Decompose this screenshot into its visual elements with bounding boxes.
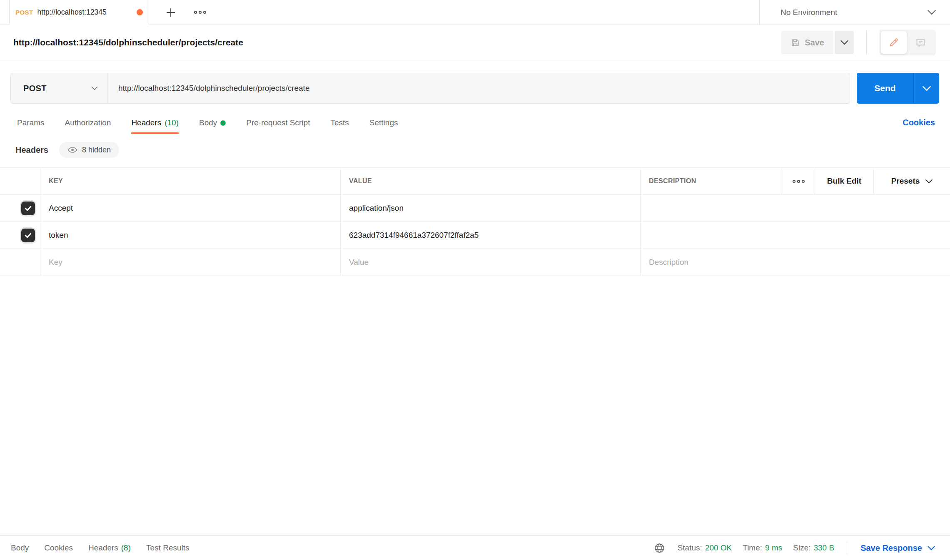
header-key-cell[interactable]: token — [40, 222, 341, 249]
edit-documentation-button[interactable] — [881, 31, 907, 54]
cookies-link[interactable]: Cookies — [903, 118, 935, 134]
save-button-label: Save — [805, 38, 824, 47]
response-headers-count: (8) — [121, 543, 131, 553]
response-status-bar: Body Cookies Headers (8) Test Results St… — [0, 535, 950, 560]
table-options-button[interactable] — [782, 168, 815, 194]
method-selector[interactable]: POST — [11, 73, 107, 103]
send-button[interactable]: Send — [857, 73, 913, 104]
send-button-group: Send — [857, 73, 939, 104]
header-value-cell[interactable]: application/json — [341, 195, 641, 222]
tab-authorization[interactable]: Authorization — [65, 118, 111, 134]
size-label: Size: — [793, 543, 810, 552]
row-checkbox-cell — [0, 195, 40, 222]
presets-dropdown[interactable]: Presets — [874, 168, 950, 194]
table-row: token 623add7314f94661a372607f2ffaf2a5 — [0, 222, 950, 249]
response-tab-test-results[interactable]: Test Results — [146, 543, 189, 553]
environment-selector[interactable]: No Environment — [759, 0, 950, 25]
save-response-button[interactable]: Save Response — [858, 543, 938, 553]
unsaved-changes-dot-icon — [137, 9, 143, 15]
table-row-new: Key Value Description — [0, 249, 950, 276]
tab-title: http://localhost:12345 — [37, 8, 133, 17]
row-checkbox-cell — [0, 222, 40, 249]
globe-icon — [654, 543, 665, 554]
row-checkbox-checked[interactable] — [21, 202, 35, 215]
request-tab[interactable]: POST http://localhost:12345 — [9, 0, 149, 25]
tab-label: Headers — [131, 118, 161, 127]
new-tab-button[interactable] — [165, 0, 177, 25]
request-tabs: Params Authorization Headers (10) Body P… — [0, 118, 950, 134]
save-button[interactable]: Save — [781, 31, 833, 54]
size-value: 330 B — [813, 543, 834, 552]
response-meta: Status:200 OK Time:9 ms Size:330 B Save … — [654, 541, 938, 555]
chevron-down-icon — [91, 86, 98, 90]
new-description-input[interactable]: Description — [641, 249, 950, 276]
footer-link-label: Cookies — [44, 543, 73, 553]
tab-pre-request-script[interactable]: Pre-request Script — [246, 118, 310, 134]
method-label: POST — [23, 84, 91, 93]
more-options-icon — [793, 180, 805, 183]
body-has-content-dot-icon — [220, 120, 226, 126]
network-info-button[interactable] — [654, 543, 665, 554]
request-actions: Save — [781, 30, 936, 55]
tab-params[interactable]: Params — [17, 118, 44, 134]
column-header-key: KEY — [40, 168, 341, 194]
new-value-input[interactable]: Value — [341, 249, 641, 276]
response-tab-body[interactable]: Body — [11, 543, 29, 553]
eye-icon — [67, 147, 77, 153]
checkmark-icon — [25, 232, 32, 239]
save-response-label: Save Response — [860, 543, 922, 553]
headers-table: KEY VALUE DESCRIPTION Bulk Edit Presets … — [0, 167, 950, 276]
headers-section-bar: Headers 8 hidden — [0, 139, 950, 161]
footer-link-label: Test Results — [146, 543, 189, 553]
save-options-button[interactable] — [835, 31, 854, 54]
tab-label: Settings — [369, 118, 398, 127]
tab-label: Authorization — [65, 118, 111, 127]
response-tab-cookies[interactable]: Cookies — [44, 543, 73, 553]
footer-link-label: Body — [11, 543, 29, 553]
header-key-cell[interactable]: Accept — [40, 195, 341, 222]
pencil-icon — [888, 37, 899, 48]
column-header-description: DESCRIPTION — [641, 168, 782, 194]
new-key-input[interactable]: Key — [40, 249, 341, 276]
pane-toggle-group — [879, 30, 936, 55]
chevron-down-icon — [925, 179, 933, 184]
column-header-value: VALUE — [341, 168, 641, 194]
header-description-cell[interactable] — [641, 222, 950, 249]
header-description-cell[interactable] — [641, 195, 950, 222]
response-size: Size:330 B — [793, 543, 834, 553]
send-options-button[interactable] — [913, 73, 939, 104]
chevron-down-icon — [928, 10, 936, 15]
hidden-headers-label: 8 hidden — [82, 146, 111, 154]
url-input[interactable]: http://localhost:12345/dolphinscheduler/… — [107, 73, 320, 103]
hidden-headers-toggle[interactable]: 8 hidden — [59, 142, 119, 158]
bulk-edit-button[interactable]: Bulk Edit — [815, 168, 874, 194]
response-tab-headers[interactable]: Headers (8) — [88, 543, 131, 553]
time-label: Time: — [743, 543, 762, 552]
checkmark-icon — [25, 205, 32, 212]
tab-settings[interactable]: Settings — [369, 118, 398, 134]
vertical-divider — [847, 541, 847, 555]
tab-label: Tests — [330, 118, 349, 127]
tab-body[interactable]: Body — [199, 118, 226, 134]
tab-method-label: POST — [15, 9, 33, 16]
header-value-cell[interactable]: 623add7314f94661a372607f2ffaf2a5 — [341, 222, 641, 249]
comments-button[interactable] — [907, 31, 934, 54]
table-row: Accept application/json — [0, 195, 950, 222]
url-field: POST http://localhost:12345/dolphinsched… — [10, 73, 850, 104]
environment-label: No Environment — [780, 8, 928, 17]
row-checkbox-checked[interactable] — [21, 229, 35, 242]
more-options-icon — [194, 11, 206, 14]
app-tab-strip: POST http://localhost:12345 No Environme… — [0, 0, 950, 25]
presets-label: Presets — [891, 177, 920, 186]
request-title-row: http://localhost:12345/dolphinscheduler/… — [0, 25, 950, 60]
chevron-down-icon — [923, 86, 931, 91]
tab-headers-count: (10) — [165, 118, 179, 127]
tab-headers[interactable]: Headers (10) — [131, 118, 179, 134]
status-label: Status: — [678, 543, 702, 552]
tab-options-button[interactable] — [194, 0, 206, 25]
headers-section-title: Headers — [15, 145, 48, 155]
url-builder-row: POST http://localhost:12345/dolphinsched… — [0, 60, 950, 104]
tab-tests[interactable]: Tests — [330, 118, 349, 134]
save-icon — [790, 38, 800, 47]
tab-label: Pre-request Script — [246, 118, 310, 127]
